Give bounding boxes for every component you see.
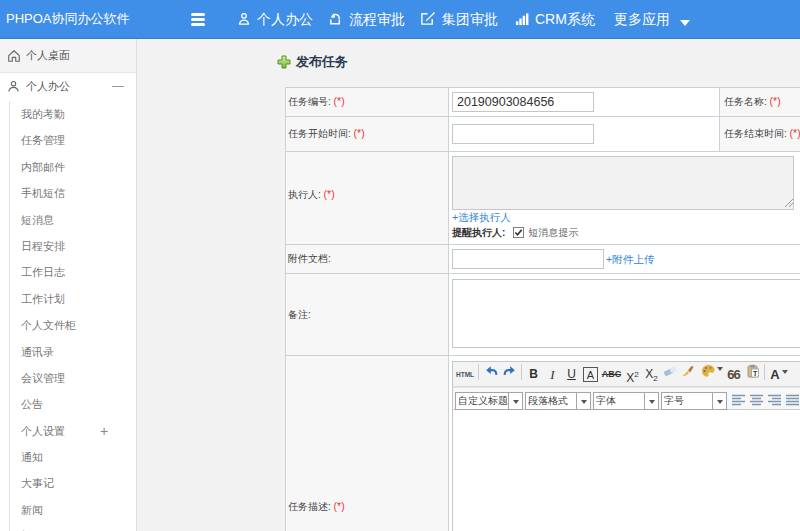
svg-text:T: T: [753, 370, 758, 377]
